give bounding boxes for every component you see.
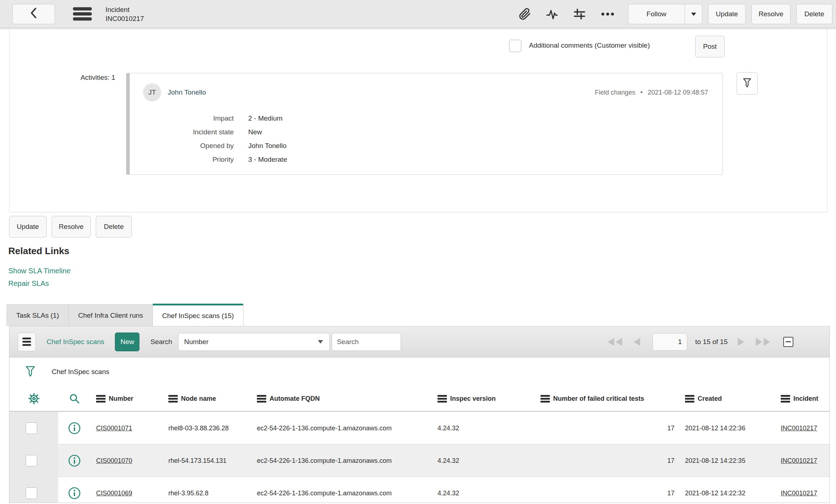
filter-breadcrumb-title[interactable]: Chef InSpec scans (52, 368, 109, 376)
avatar: JT (143, 83, 161, 101)
column-header-number[interactable]: Number (91, 395, 163, 403)
paperclip-icon[interactable] (519, 8, 531, 20)
related-links-heading: Related Links (8, 246, 836, 257)
resolve-button-header[interactable]: Resolve (751, 4, 790, 24)
collapse-list-icon[interactable] (783, 337, 793, 347)
table-row: CIS0001070 rhel-54.173.154.131 ec2-54-22… (9, 444, 829, 477)
update-button-header[interactable]: Update (708, 4, 746, 24)
row-select-cell (9, 412, 58, 444)
tab-chef-infra-client-runs[interactable]: Chef Infra Client runs (68, 304, 153, 326)
more-options-icon[interactable] (600, 10, 615, 18)
search-label: Search (150, 338, 172, 346)
node-name-cell: rhel8-03-3.88.236.28 (163, 425, 251, 432)
personalize-list-gear-icon[interactable] (9, 392, 58, 405)
column-header-incident[interactable]: Incident (775, 395, 829, 403)
column-label: Incident (793, 395, 818, 403)
page-title: Incident INC0010217 (105, 5, 144, 23)
record-type: Incident (105, 5, 144, 14)
field-change-label: Opened by (126, 139, 234, 153)
tab-chef-inspec-scans[interactable]: Chef InSpec scans (15) (152, 304, 244, 326)
activity-entry-card: JT John Tonello Field changes • 2021-08-… (126, 73, 723, 175)
update-button[interactable]: Update (9, 216, 47, 238)
caret-down-icon (691, 10, 697, 18)
personalize-form-icon[interactable] (573, 8, 586, 21)
next-page-icon[interactable] (737, 337, 745, 347)
previous-page-icon[interactable] (633, 337, 641, 347)
follow-dropdown-button[interactable] (685, 4, 702, 24)
first-page-icon[interactable] (607, 337, 623, 347)
inspec-version-cell: 4.24.32 (432, 490, 535, 497)
related-lists-tabs: Task SLAs (1) Chef Infra Client runs Che… (7, 304, 836, 326)
list-title[interactable]: Chef InSpec scans (47, 338, 104, 346)
activity-meta-separator: • (641, 89, 643, 96)
info-circle-icon[interactable] (58, 422, 91, 435)
row-checkbox[interactable] (26, 455, 37, 466)
scan-number-link[interactable]: CIS0001069 (96, 490, 132, 497)
tab-task-slas[interactable]: Task SLAs (1) (7, 304, 69, 326)
scan-number-link[interactable]: CIS0001071 (96, 425, 132, 432)
activity-filter-button[interactable] (737, 72, 758, 95)
delete-button[interactable]: Delete (96, 216, 132, 238)
field-change-value: New (248, 125, 262, 139)
incident-link[interactable]: INC0010217 (781, 457, 817, 464)
activity-card-stripe (126, 73, 130, 174)
list-context-menu-button[interactable] (18, 333, 36, 351)
chevron-left-icon (29, 7, 38, 21)
node-name-cell: rhel-3.95.62.8 (163, 490, 251, 497)
column-header-created[interactable]: Created (680, 395, 775, 403)
field-change-row: Opened by John Tonello (126, 139, 723, 153)
select-caret-icon (317, 338, 324, 346)
activity-author[interactable]: John Tonello (168, 88, 206, 96)
incident-link[interactable]: INC0010217 (781, 490, 817, 497)
scan-number-link[interactable]: CIS0001070 (96, 457, 132, 464)
column-search-icon[interactable] (58, 393, 91, 404)
field-change-label: Impact (126, 112, 234, 125)
column-header-failed-critical-tests[interactable]: Number of failed critical tests (535, 395, 680, 403)
last-page-icon[interactable] (755, 337, 771, 347)
field-change-label: Incident state (126, 125, 234, 139)
field-change-value: 3 - Moderate (248, 153, 287, 166)
additional-comments-checkbox[interactable] (509, 40, 521, 52)
info-circle-icon[interactable] (58, 454, 91, 467)
search-column-select[interactable]: Number (178, 333, 330, 351)
follow-button[interactable]: Follow (628, 4, 685, 24)
back-button[interactable] (12, 4, 55, 24)
incident-link[interactable]: INC0010217 (781, 425, 817, 432)
field-change-row: Incident state New (126, 125, 723, 139)
row-checkbox[interactable] (26, 422, 37, 434)
repair-slas-link[interactable]: Repair SLAs (8, 279, 836, 288)
filter-funnel-icon[interactable] (25, 365, 36, 379)
row-checkbox[interactable] (26, 487, 37, 499)
field-change-label: Priority (126, 153, 234, 166)
info-circle-icon[interactable] (58, 487, 91, 500)
field-change-row: Impact 2 - Medium (126, 112, 723, 125)
activity-event-type: Field changes (595, 89, 635, 96)
list-filter-row: Chef InSpec scans (9, 357, 829, 386)
current-page-input[interactable] (652, 333, 687, 351)
failed-critical-tests-cell: 17 (535, 490, 680, 497)
activity-stream-icon[interactable] (546, 8, 559, 20)
list-pagination: to 15 of 15 (607, 333, 793, 351)
resolve-button[interactable]: Resolve (52, 216, 91, 238)
additional-comments-label: Additional comments (Customer visible) (529, 42, 650, 49)
failed-critical-tests-cell: 17 (535, 425, 680, 432)
column-label: Created (698, 395, 722, 403)
row-select-cell (9, 444, 58, 477)
delete-button-header[interactable]: Delete (796, 4, 832, 24)
post-button[interactable]: Post (695, 36, 725, 57)
column-label: Automate FQDN (270, 395, 320, 403)
column-header-node-name[interactable]: Node name (163, 395, 251, 403)
field-change-row: Priority 3 - Moderate (126, 153, 723, 166)
column-header-inspec-version[interactable]: Inspec version (432, 395, 535, 403)
node-name-cell: rhel-54.173.154.131 (163, 457, 251, 465)
follow-split-button: Follow (628, 4, 702, 24)
automate-fqdn-cell: ec2-54-226-1-136.compute-1.amazonaws.com (251, 457, 432, 465)
new-record-button[interactable]: New (115, 333, 139, 351)
column-header-automate-fqdn[interactable]: Automate FQDN (251, 395, 432, 403)
list-search-input[interactable] (332, 333, 401, 351)
automate-fqdn-cell: ec2-54-226-1-136.compute-1.amazonaws.com (251, 425, 432, 432)
pagination-range-text: to 15 of 15 (695, 338, 728, 346)
incident-header-bar: Incident INC0010217 Follow Update Resolv… (0, 0, 836, 28)
show-sla-timeline-link[interactable]: Show SLA Timeline (8, 267, 836, 275)
form-context-menu-icon[interactable] (73, 7, 92, 21)
